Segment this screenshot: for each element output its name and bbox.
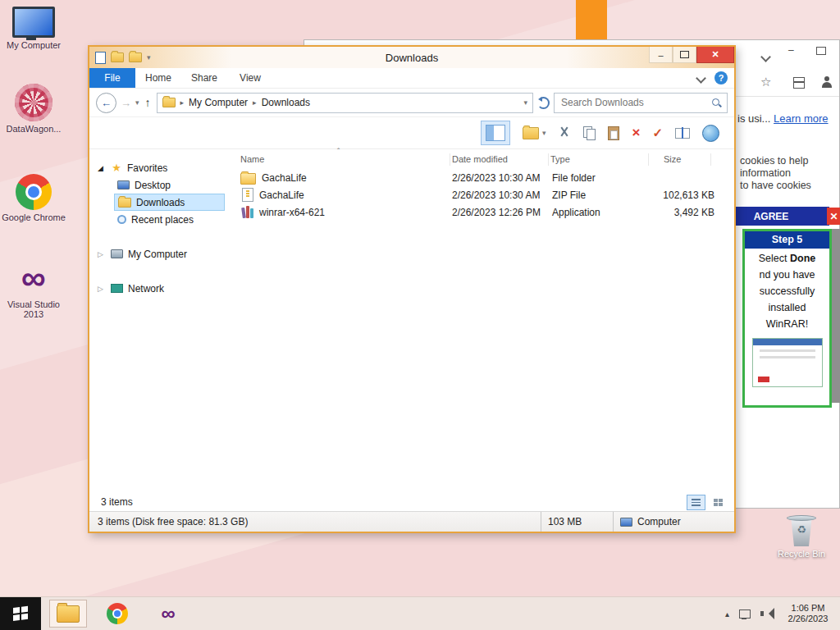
sidebar-item-downloads-selected[interactable]: Downloads [114,194,225,211]
network-icon[interactable] [739,609,751,619]
datawagon-icon [15,84,52,121]
refresh-icon[interactable] [537,97,550,109]
file-row[interactable]: GachaLife 2/26/2023 10:30 AM File folder [227,169,734,186]
file-size: 3,492 KB [652,207,714,218]
globe-icon[interactable] [702,125,719,142]
taskbar-visual-studio-button[interactable]: ∞ [149,600,187,628]
maximize-button[interactable] [673,47,696,63]
sidebar-item-my-computer[interactable]: ▷ My Computer [89,245,227,262]
desktop-icon-datawagon[interactable]: DataWagon... [2,84,66,134]
search-icon [711,98,722,108]
help-icon[interactable]: ? [714,71,728,84]
confirm-icon[interactable]: ✓ [652,126,663,140]
sidebar-item-desktop[interactable]: Desktop [114,176,227,194]
file-row[interactable]: GachaLife 2/26/2023 10:30 AM ZIP File 10… [227,186,734,203]
window-title: Downloads [89,52,734,64]
search-input[interactable] [559,96,711,109]
desktop-mini-icon [117,180,130,189]
details-view-button[interactable] [687,495,705,510]
forward-button[interactable]: → [121,97,131,109]
taskbar-chrome-button[interactable] [98,600,136,628]
sidebar-item-network[interactable]: ▷ Network [89,280,227,297]
rename-icon[interactable] [675,128,690,139]
expander-open-icon[interactable]: ◢ [98,164,106,172]
sidebar-item-recent-places[interactable]: Recent places [114,211,227,228]
item-count: 3 items [101,496,133,508]
preview-pane-button[interactable] [481,121,510,145]
desktop-icon-visual-studio[interactable]: ∞ Visual Studio 2013 [2,259,66,319]
qat-dropdown-icon[interactable]: ▾ [147,53,151,62]
address-dropdown-icon[interactable]: ▾ [523,98,527,107]
column-header-name[interactable]: ˆ Name [240,153,450,166]
clock-date: 2/26/2023 [784,614,832,624]
thumbnails-view-button[interactable] [709,495,728,510]
browser-maximize-button[interactable] [816,47,826,55]
volume-icon[interactable] [760,608,774,619]
desktop-icon-google-chrome[interactable]: Google Chrome [2,174,66,222]
sidebar-item-label: My Computer [128,249,187,260]
ribbon-tabs: File Home Share View ? [89,68,734,89]
extensions-icon[interactable] [793,77,805,89]
desktop-icon-recycle-bin[interactable]: ♻ Recycle Bin [769,512,833,559]
navigation-pane: ◢ ★ Favorites Desktop Downloads Recent p… [89,149,227,493]
sort-ascending-icon: ˆ [337,146,340,158]
zip-file-icon [242,188,253,202]
history-dropdown-icon[interactable]: ▾ [135,98,139,107]
my-computer-icon [12,7,55,38]
close-button[interactable]: ✕ [696,47,734,63]
taskbar-clock[interactable]: 1:06 PM 2/26/2023 [784,603,832,624]
cut-icon[interactable] [558,126,571,139]
learn-more-link[interactable]: Learn more [774,112,828,125]
tray-expand-icon[interactable]: ▴ [725,609,729,619]
delete-icon[interactable]: × [632,126,640,139]
back-button[interactable]: ← [96,93,116,113]
tab-view[interactable]: View [227,68,273,88]
profile-icon[interactable] [821,76,833,88]
minimize-button[interactable]: – [649,47,673,63]
desktop-icon-my-computer[interactable]: My Computer [2,7,66,50]
windows-logo-icon [13,606,28,621]
status-size: 103 MB [541,512,613,532]
new-folder-button[interactable]: ▾ [523,127,546,139]
desktop-icon-label: My Computer [2,40,66,50]
file-row[interactable]: winrar-x64-621 2/26/2023 12:26 PM Applic… [227,203,734,221]
breadcrumb-current[interactable]: Downloads [262,97,310,108]
expander-closed-icon[interactable]: ▷ [98,250,106,258]
paste-icon[interactable] [608,126,619,140]
chevron-down-icon[interactable] [760,52,771,62]
address-bar: ← → ▾ ↑ ▸ My Computer ▸ Downloads ▾ [89,89,734,117]
qat-new-folder-icon[interactable] [129,52,142,62]
popup-close-button[interactable]: ✕ [827,208,840,225]
browser-minimize-button[interactable]: – [788,44,794,56]
copy-icon[interactable] [583,126,596,139]
column-header-size[interactable]: Size [649,153,711,166]
file-list: ˆ Name Date modified Type Size GachaLife… [227,149,734,493]
bookmark-star-icon[interactable]: ☆ [760,75,771,89]
tab-share[interactable]: Share [181,68,227,88]
desktop-icon-label: Google Chrome [2,212,66,222]
taskbar-file-explorer-button[interactable] [49,600,87,628]
window-icon [95,52,106,64]
file-name: GachaLife [262,172,307,184]
breadcrumb-root[interactable]: My Computer [189,97,248,108]
start-button[interactable] [0,597,41,630]
column-header-type[interactable]: Type [549,153,649,166]
folder-icon [240,173,256,185]
tab-file[interactable]: File [89,68,135,88]
snippet-prefix: is usi... [737,112,774,125]
step-line: WinRAR! [745,316,829,332]
sidebar-item-favorites[interactable]: ◢ ★ Favorites [89,159,227,176]
taskbar: ∞ ▴ 1:06 PM 2/26/2023 [0,596,840,630]
expander-closed-icon[interactable]: ▷ [98,285,106,293]
up-button[interactable]: ↑ [145,96,151,109]
column-header-modified[interactable]: Date modified [450,153,549,166]
ribbon-expand-icon[interactable] [696,73,706,84]
tab-home[interactable]: Home [135,68,181,88]
search-box[interactable] [554,93,728,113]
cookie-line: cookies to help [740,155,811,167]
breadcrumb[interactable]: ▸ My Computer ▸ Downloads ▾ [157,93,533,113]
chrome-icon [16,174,52,210]
page-snippet-text: is usi... Learn more [737,112,829,125]
quick-access-toolbar: ▾ [95,52,151,64]
qat-properties-icon[interactable] [111,52,124,62]
